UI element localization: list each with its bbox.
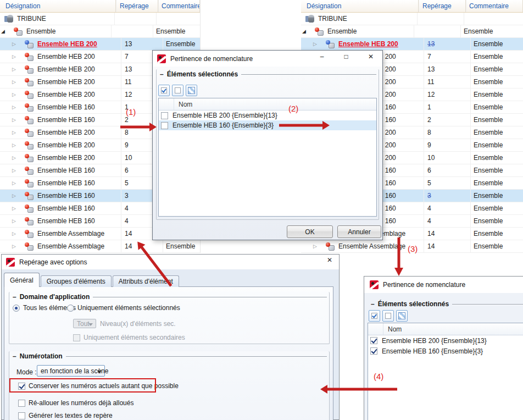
check-all-button[interactable] xyxy=(158,85,170,96)
tree-expander-icon[interactable]: ▷ xyxy=(11,168,25,173)
tree-expander-icon[interactable]: ▷ xyxy=(11,130,25,135)
reperage-value: 4 xyxy=(125,205,129,212)
annotation-label-2: (2) xyxy=(288,104,298,113)
minimize-icon[interactable]: – xyxy=(316,53,328,60)
app-icon xyxy=(157,54,166,63)
checkbox-icon[interactable] xyxy=(18,412,25,419)
column-header-reperage[interactable]: Repérage xyxy=(419,0,466,12)
commentaire-value: Ensemble xyxy=(470,38,523,50)
cancel-button[interactable]: Annuler xyxy=(337,225,381,238)
uncheck-all-button[interactable] xyxy=(172,85,183,96)
table-row[interactable]: ◢EnsembleEnsemble xyxy=(301,25,523,38)
table-row[interactable]: ▷Ensemble Assemblage14Ensemble xyxy=(0,240,200,253)
dialog-title: Pertinence de nomenclature xyxy=(383,281,465,289)
list-header: Nom xyxy=(159,98,376,110)
tree-expander-icon[interactable]: ▷ xyxy=(312,244,326,249)
commentaire-value: Ensemble xyxy=(470,164,523,176)
commentaire-value: Ensemble xyxy=(470,202,523,214)
commentaire-value: Ensemble xyxy=(470,240,523,252)
tree-expander-icon[interactable]: ▷ xyxy=(11,143,25,148)
dialog-titlebar[interactable]: Pertinence de nomenclature xyxy=(364,277,523,293)
table-row[interactable]: ▷Ensemble HEB 20013Ensemble xyxy=(301,38,523,51)
tree-expander-icon[interactable]: ▷ xyxy=(11,244,25,249)
table-row[interactable]: TRIBUNE xyxy=(301,13,523,25)
pertinence-dialog-top: Pertinence de nomenclature – □ ✕ Élément… xyxy=(152,50,383,240)
table-row[interactable]: ◢EnsembleEnsemble xyxy=(0,25,200,38)
mode-dropdown[interactable]: en fonction de la scène xyxy=(37,365,105,377)
ok-button[interactable]: OK xyxy=(287,225,333,238)
tree-expander-icon[interactable]: ▷ xyxy=(11,231,25,236)
designation-text: Ensemble HEB 200 xyxy=(37,141,95,149)
tree-expander-icon[interactable]: ▷ xyxy=(11,42,25,47)
generate-texts-checkbox[interactable]: Générer les textes de repère xyxy=(18,412,113,419)
elements-list: Nom Ensemble HEB 200 {Ensemble}{13}Ensem… xyxy=(368,323,523,420)
tree-expander-icon[interactable]: ▷ xyxy=(11,219,25,224)
list-item[interactable]: Ensemble HEB 160 {Ensemble}{3} xyxy=(368,346,523,356)
tree-expander-icon[interactable]: ▷ xyxy=(11,54,25,59)
designation-text: Ensemble HEB 200 xyxy=(338,40,398,48)
list-item[interactable]: Ensemble HEB 200 {Ensemble}{13} xyxy=(159,110,376,120)
tree-expander-icon[interactable]: ▷ xyxy=(312,42,326,47)
checkbox-icon[interactable] xyxy=(161,112,168,119)
dialog-titlebar[interactable]: Pertinence de nomenclature – □ ✕ xyxy=(153,51,382,67)
table-row[interactable]: ▷Ensemble HEB 20013Ensemble xyxy=(0,38,200,51)
radio-icon[interactable] xyxy=(13,305,20,312)
tree-expander-icon[interactable]: ◢ xyxy=(302,29,315,34)
check-all-button[interactable] xyxy=(369,310,380,322)
dialog-titlebar[interactable]: Repérage avec options ✕ xyxy=(2,255,339,269)
reperage-value: 6 xyxy=(427,167,431,174)
designation-text: Ensemble HEB 160 xyxy=(37,217,95,225)
tree-expander-icon[interactable]: ▷ xyxy=(11,67,25,72)
uncheck-all-button[interactable] xyxy=(382,310,394,322)
commentaire-value: Ensemble xyxy=(470,190,523,202)
checkbox-icon[interactable] xyxy=(370,337,377,344)
checkbox-icon[interactable] xyxy=(370,347,377,355)
tree-expander-icon[interactable]: ▷ xyxy=(11,118,25,123)
checkbox-icon[interactable] xyxy=(18,400,25,407)
reperage-value: 9 xyxy=(427,141,431,149)
list-item[interactable]: Ensemble HEB 160 {Ensemble}{3} xyxy=(159,120,376,130)
checkbox-icon[interactable] xyxy=(161,122,168,129)
annotation-arrow-4 xyxy=(320,384,397,394)
tree-expander-icon[interactable]: ▷ xyxy=(11,105,25,110)
tree-expander-icon[interactable]: ◢ xyxy=(1,29,14,34)
radio-only-selected[interactable]: Uniquement éléments sélectionnés xyxy=(67,304,180,312)
reperage-value: 2 xyxy=(427,116,431,124)
close-icon[interactable]: ✕ xyxy=(365,53,377,60)
column-header-designation[interactable]: Désignation xyxy=(0,0,116,12)
elements-list: Nom Ensemble HEB 200 {Ensemble}{13}Ensem… xyxy=(158,98,377,217)
close-icon[interactable]: ✕ xyxy=(324,256,336,264)
reallocate-checkbox[interactable]: Ré-allouer les numéros déjà alloués xyxy=(18,399,133,407)
tab-general[interactable]: Général xyxy=(4,273,40,287)
reperage-value: 12 xyxy=(427,91,435,98)
tree-expander-icon[interactable]: ▷ xyxy=(11,206,25,211)
assembly-icon xyxy=(14,27,23,36)
tree-expander-icon[interactable]: ▷ xyxy=(11,194,25,198)
column-header-designation[interactable]: Désignation xyxy=(301,0,419,12)
assembly-icon xyxy=(315,27,324,36)
tab-groupes-elements[interactable]: Groupes d'éléments xyxy=(41,275,112,287)
column-header-commentaire[interactable]: Commentaire xyxy=(466,0,523,12)
reperage-value: 13 xyxy=(125,65,132,73)
assembly-icon xyxy=(25,192,34,200)
tree-expander-icon[interactable]: ▷ xyxy=(11,156,25,161)
designation-text: Ensemble Assemblage xyxy=(37,242,104,250)
column-header-commentaire[interactable]: Commentaire xyxy=(158,0,200,12)
assembly-icon xyxy=(25,116,34,124)
radio-all-elements[interactable]: Tous les éléments xyxy=(13,304,76,312)
tree-expander-icon[interactable]: ▷ xyxy=(11,92,25,97)
radio-icon[interactable] xyxy=(67,305,74,312)
tree-expander-icon[interactable]: ▷ xyxy=(11,80,25,85)
table-row[interactable]: TRIBUNE xyxy=(0,13,200,25)
assembly-icon xyxy=(326,242,335,251)
reperage-value: 6 xyxy=(125,167,129,174)
tree-expander-icon[interactable]: ▷ xyxy=(11,181,25,186)
maximize-icon[interactable]: □ xyxy=(340,53,352,60)
list-item[interactable]: Ensemble HEB 200 {Ensemble}{13} xyxy=(368,335,523,346)
invert-selection-button[interactable] xyxy=(186,85,197,96)
reperage-value: 14 xyxy=(125,230,132,237)
invert-selection-button[interactable] xyxy=(396,310,408,322)
column-header-reperage[interactable]: Repérage xyxy=(116,0,158,12)
commentaire-value: Ensemble xyxy=(470,63,523,75)
assembly-icon xyxy=(25,53,34,61)
